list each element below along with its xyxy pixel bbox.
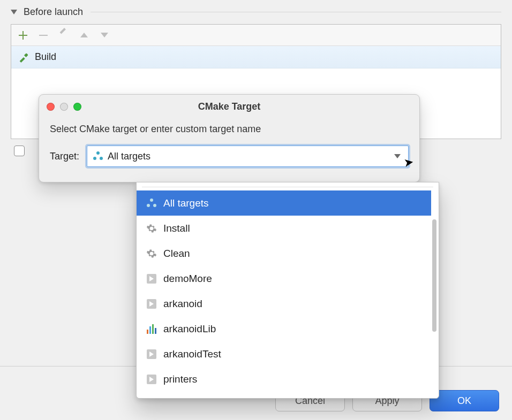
gear-icon bbox=[146, 248, 157, 259]
chevron-down-icon bbox=[394, 154, 401, 158]
move-up-button[interactable] bbox=[77, 28, 92, 43]
cmake-target-dialog: CMake Target Select CMake target or ente… bbox=[39, 94, 420, 182]
target-combobox[interactable]: All targets ➤ bbox=[87, 146, 409, 167]
play-icon bbox=[146, 349, 157, 360]
dropdown-item[interactable]: Clean bbox=[137, 241, 431, 266]
dropdown-item[interactable]: demoMore bbox=[137, 266, 431, 291]
dropdown-item[interactable]: arkanoid bbox=[137, 291, 431, 316]
add-button[interactable] bbox=[16, 28, 31, 43]
edit-button[interactable] bbox=[56, 28, 71, 43]
pencil-icon bbox=[59, 31, 68, 40]
arrow-down-icon bbox=[101, 33, 108, 37]
dropdown-item-label: arkanoidLib bbox=[163, 323, 216, 335]
minus-icon bbox=[39, 35, 48, 36]
dropdown-item[interactable]: All targets bbox=[137, 190, 431, 216]
scrollbar[interactable] bbox=[432, 219, 436, 332]
all-targets-icon bbox=[93, 151, 103, 162]
all-targets-icon bbox=[146, 198, 157, 209]
hammer-icon bbox=[18, 51, 29, 63]
arrow-up-icon bbox=[80, 33, 88, 37]
play-icon bbox=[146, 273, 157, 284]
dropdown-item-label: All targets bbox=[163, 197, 208, 209]
before-launch-header[interactable]: Before launch bbox=[11, 6, 501, 18]
ok-button[interactable]: OK bbox=[430, 390, 499, 411]
dropdown-item[interactable]: arkanoidTest bbox=[137, 341, 431, 366]
dropdown-item-label: Clean bbox=[163, 248, 190, 259]
section-title: Before launch bbox=[24, 6, 83, 18]
dropdown-item[interactable]: Install bbox=[137, 216, 431, 241]
dropdown-item-label: Install bbox=[163, 223, 190, 234]
cursor-icon: ➤ bbox=[403, 155, 414, 170]
plus-icon bbox=[19, 31, 27, 40]
dialog-titlebar[interactable]: CMake Target bbox=[39, 95, 419, 118]
disclosure-triangle-icon[interactable] bbox=[11, 10, 17, 14]
list-toolbar bbox=[11, 25, 501, 46]
target-combobox-value: All targets bbox=[108, 151, 150, 162]
divider bbox=[142, 187, 433, 187]
play-icon bbox=[146, 299, 157, 309]
target-dropdown: All targetsInstallCleandemoMorearkanoida… bbox=[136, 182, 439, 399]
dropdown-item-label: printers bbox=[163, 373, 197, 385]
dropdown-item[interactable]: arkanoidLib bbox=[137, 316, 431, 341]
minimize-window-icon bbox=[60, 103, 68, 111]
dropdown-item-label: demoMore bbox=[163, 273, 212, 285]
zoom-window-icon[interactable] bbox=[73, 103, 81, 111]
close-window-icon[interactable] bbox=[47, 103, 55, 111]
show-checkbox[interactable] bbox=[14, 146, 25, 156]
gear-icon bbox=[146, 223, 157, 234]
dropdown-item[interactable]: printers bbox=[137, 366, 431, 392]
divider bbox=[91, 12, 501, 12]
bars-icon bbox=[146, 324, 157, 334]
dropdown-item-label: arkanoid bbox=[163, 298, 202, 310]
list-item-label: Build bbox=[35, 51, 56, 63]
list-item[interactable]: Build bbox=[11, 46, 501, 68]
dialog-description: Select CMake target or enter custom targ… bbox=[50, 124, 409, 135]
dialog-title: CMake Target bbox=[39, 101, 419, 112]
move-down-button[interactable] bbox=[97, 28, 112, 43]
remove-button[interactable] bbox=[36, 28, 51, 43]
target-label: Target: bbox=[50, 151, 79, 162]
dropdown-item-label: arkanoidTest bbox=[163, 348, 221, 360]
play-icon bbox=[146, 374, 157, 385]
